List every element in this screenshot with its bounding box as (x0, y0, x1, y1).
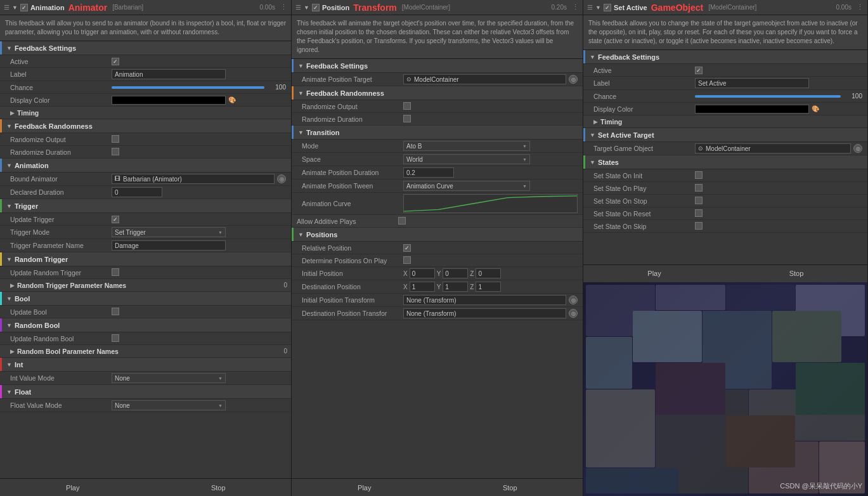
left-rand-trigger-names-header[interactable]: ▶ Random Trigger Parameter Names 0 (0, 279, 291, 292)
right-states-header[interactable]: ▼ States (583, 155, 867, 169)
left-bound-animator-pick[interactable]: ◎ (277, 174, 286, 183)
mid-relative-pos-cb[interactable] (403, 244, 411, 252)
left-play-button[interactable]: Play (0, 479, 146, 496)
mid-randomness-header[interactable]: ▼ Feedback Randomness (292, 86, 583, 100)
mid-anim-curve-preview[interactable] (403, 194, 578, 213)
left-header-checkbox[interactable] (20, 4, 28, 11)
right-panel-header: ☰ ▼ Set Active GameObject [ModelContaine… (583, 0, 867, 15)
mid-dest-pos-transform-pick[interactable]: ◎ (569, 309, 578, 318)
right-set-active-target-header[interactable]: ▼ Set Active Target (583, 128, 867, 142)
left-animation-title: Animation (15, 162, 49, 169)
mid-anim-pos-tween-dropdown[interactable]: Animation Curve (403, 181, 530, 191)
right-state-reset-cb[interactable] (695, 209, 703, 217)
mid-initial-z-input[interactable] (476, 268, 501, 278)
right-play-button[interactable]: Play (583, 265, 725, 282)
middle-header-menu[interactable]: ☰ (295, 4, 301, 11)
left-declared-duration-input[interactable] (112, 187, 162, 197)
left-header-arrow[interactable]: ▼ (12, 4, 18, 11)
left-rand-bool-names-header[interactable]: ▶ Random Bool Parameter Names 0 (0, 345, 291, 358)
left-randomness-header[interactable]: ▼ Feedback Randomness (0, 119, 291, 133)
mid-mode-dropdown[interactable]: Ato B (403, 141, 530, 151)
mid-positions-header[interactable]: ▼ Positions (292, 228, 583, 242)
left-active-checkbox[interactable] (112, 58, 119, 65)
left-rand-output-row: Randomize Output (0, 133, 291, 146)
right-label-input[interactable] (695, 78, 809, 88)
right-color-swatch[interactable] (695, 105, 809, 114)
mid-rand-output-cb[interactable] (403, 102, 411, 110)
left-float-title: Float (15, 388, 31, 396)
mid-dest-z-input[interactable] (476, 282, 501, 292)
mid-feedback-settings-header[interactable]: ▼ Feedback Settings (292, 59, 583, 73)
right-state-play-cb[interactable] (695, 184, 703, 192)
mid-dest-x-input[interactable] (410, 282, 435, 292)
mid-initial-x-input[interactable] (410, 268, 435, 278)
left-timing-header[interactable]: ▶ Timing (0, 107, 291, 119)
left-rand-output-cb[interactable] (112, 135, 119, 143)
right-state-skip-cb[interactable] (695, 222, 703, 230)
left-rand-duration-cb[interactable] (112, 148, 119, 155)
right-state-stop-cb[interactable] (695, 197, 703, 204)
left-int-header[interactable]: ▼ Int (0, 358, 291, 372)
mid-rand-duration-cb[interactable] (403, 115, 411, 122)
right-color-pick-icon[interactable]: 🎨 (812, 105, 819, 112)
mid-determine-pos-cb[interactable] (403, 256, 411, 264)
right-timing-header[interactable]: ▶ Timing (583, 115, 867, 128)
mid-initial-y-input[interactable] (443, 268, 468, 278)
left-displaycolor-label: Display Color (10, 96, 112, 104)
left-header-menu[interactable]: ☰ (4, 4, 10, 11)
left-randomness-title: Feedback Randomness (15, 122, 93, 130)
left-random-trigger-header[interactable]: ▼ Random Trigger (0, 252, 291, 266)
left-trigger-header[interactable]: ▼ Trigger (0, 199, 291, 213)
left-stop-button[interactable]: Stop (146, 479, 292, 496)
mid-animate-target-icon: ⊙ (406, 76, 411, 82)
left-update-random-bool-cb[interactable] (112, 334, 119, 342)
mid-stop-button[interactable]: Stop (437, 479, 583, 496)
left-trigger-mode-dropdown[interactable]: Set Trigger (112, 227, 226, 237)
mid-animate-target-pick[interactable]: ◎ (569, 75, 578, 84)
right-header-arrow[interactable]: ▼ (595, 4, 601, 11)
mid-space-dropdown[interactable]: World (403, 154, 530, 164)
mid-init-pos-transform-pick[interactable]: ◎ (569, 296, 578, 304)
mid-play-button[interactable]: Play (292, 479, 437, 496)
right-target-obj-pick[interactable]: ◎ (853, 144, 862, 153)
left-float-mode-dropdown[interactable]: None (112, 400, 226, 410)
right-chance-track[interactable] (695, 95, 841, 98)
left-trigger-param-input[interactable] (112, 240, 226, 251)
left-random-bool-header[interactable]: ▼ Random Bool (0, 318, 291, 332)
mid-dest-y-input[interactable] (443, 282, 468, 292)
left-rand-bool-names-count: 0 (283, 348, 287, 355)
left-label-input[interactable] (112, 69, 226, 79)
left-animation-header[interactable]: ▼ Animation (0, 159, 291, 173)
right-state-init-cb[interactable] (695, 171, 703, 179)
right-header-checkbox[interactable] (604, 4, 611, 11)
left-float-header[interactable]: ▼ Float (0, 385, 291, 399)
right-header-more[interactable]: ⋮ (857, 3, 864, 11)
right-header-menu[interactable]: ☰ (587, 4, 593, 11)
mid-initial-pos-xyz: X Y Z (403, 268, 578, 278)
left-int-mode-dropdown[interactable]: None (112, 373, 226, 383)
right-label-row: Label (583, 77, 867, 90)
left-chance-track[interactable] (112, 86, 264, 89)
left-header-more[interactable]: ⋮ (280, 3, 287, 11)
left-bool-header[interactable]: ▼ Bool (0, 292, 291, 306)
right-stop-button[interactable]: Stop (725, 265, 867, 282)
left-feedback-settings-header[interactable]: ▼ Feedback Settings (0, 41, 291, 55)
middle-header-checkbox[interactable] (312, 4, 320, 11)
left-color-swatch[interactable] (112, 96, 226, 105)
right-target-obj-icon: ⊙ (698, 145, 703, 152)
left-color-pick-icon[interactable]: 🎨 (228, 96, 236, 103)
left-update-random-trigger-cb[interactable] (112, 268, 119, 276)
left-update-bool-cb[interactable] (112, 308, 119, 315)
right-feedback-settings-header[interactable]: ▼ Feedback Settings (583, 50, 867, 64)
left-update-trigger-cb[interactable] (112, 216, 119, 223)
mid-transition-header[interactable]: ▼ Transition (292, 126, 583, 140)
mid-allow-additive-cb[interactable] (398, 217, 406, 225)
mid-mode-row: Mode Ato B (292, 140, 583, 153)
mid-dest-pos-xyz: X Y Z (403, 282, 578, 292)
middle-header-more[interactable]: ⋮ (572, 3, 579, 11)
left-label-value (112, 69, 286, 79)
right-header-label: [ModelContainer] (708, 4, 756, 11)
right-active-cb[interactable] (695, 67, 703, 74)
mid-anim-pos-duration-input[interactable] (403, 167, 454, 178)
middle-header-arrow[interactable]: ▼ (304, 4, 309, 11)
